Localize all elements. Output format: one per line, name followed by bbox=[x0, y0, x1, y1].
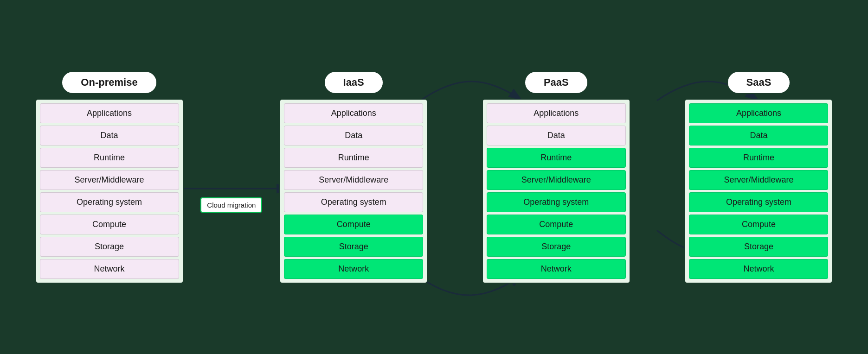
body-paas: Applications Data Runtime Server/Middlew… bbox=[482, 99, 630, 284]
column-paas: PaaS Applications Data Runtime Server/Mi… bbox=[482, 71, 630, 284]
row-on-premise-4: Operating system bbox=[40, 192, 179, 212]
row-on-premise-2: Runtime bbox=[40, 148, 179, 168]
row-saas-4: Operating system bbox=[689, 192, 828, 212]
row-on-premise-5: Compute bbox=[40, 215, 179, 234]
title-on-premise: On-premise bbox=[61, 71, 157, 94]
body-saas: Applications Data Runtime Server/Middlew… bbox=[684, 99, 833, 284]
row-iaas-3: Server/Middleware bbox=[284, 170, 423, 190]
row-iaas-2: Runtime bbox=[284, 148, 423, 168]
row-on-premise-0: Applications bbox=[40, 103, 179, 123]
title-iaas: IaaS bbox=[324, 71, 384, 94]
row-saas-1: Data bbox=[689, 126, 828, 145]
row-saas-3: Server/Middleware bbox=[689, 170, 828, 190]
row-paas-6: Storage bbox=[487, 237, 626, 257]
row-paas-7: Network bbox=[487, 259, 626, 279]
body-on-premise: Applications Data Runtime Server/Middlew… bbox=[35, 99, 184, 284]
row-paas-0: Applications bbox=[487, 103, 626, 123]
row-paas-1: Data bbox=[487, 126, 626, 145]
column-iaas: IaaS Applications Data Runtime Server/Mi… bbox=[279, 71, 428, 284]
row-saas-2: Runtime bbox=[689, 148, 828, 168]
row-saas-6: Storage bbox=[689, 237, 828, 257]
row-saas-7: Network bbox=[689, 259, 828, 279]
row-iaas-5: Compute bbox=[284, 215, 423, 234]
row-saas-0: Applications bbox=[689, 103, 828, 123]
row-iaas-1: Data bbox=[284, 126, 423, 145]
row-on-premise-3: Server/Middleware bbox=[40, 170, 179, 190]
row-paas-2: Runtime bbox=[487, 148, 626, 168]
row-paas-5: Compute bbox=[487, 215, 626, 234]
title-paas: PaaS bbox=[524, 71, 588, 94]
body-iaas: Applications Data Runtime Server/Middlew… bbox=[279, 99, 428, 284]
row-iaas-0: Applications bbox=[284, 103, 423, 123]
row-iaas-4: Operating system bbox=[284, 192, 423, 212]
column-on-premise: On-premise Applications Data Runtime Ser… bbox=[35, 71, 184, 284]
row-on-premise-1: Data bbox=[40, 126, 179, 145]
title-saas: SaaS bbox=[727, 71, 791, 94]
column-saas: SaaS Applications Data Runtime Server/Mi… bbox=[684, 71, 833, 284]
row-paas-4: Operating system bbox=[487, 192, 626, 212]
row-paas-3: Server/Middleware bbox=[487, 170, 626, 190]
row-on-premise-6: Storage bbox=[40, 237, 179, 257]
connector-migration: Cloud migration bbox=[204, 142, 259, 213]
diagram-wrapper: On-premise Applications Data Runtime Ser… bbox=[17, 10, 852, 344]
row-on-premise-7: Network bbox=[40, 259, 179, 279]
migration-label: Cloud migration bbox=[200, 197, 262, 213]
row-saas-5: Compute bbox=[689, 215, 828, 234]
row-iaas-6: Storage bbox=[284, 237, 423, 257]
row-iaas-7: Network bbox=[284, 259, 423, 279]
